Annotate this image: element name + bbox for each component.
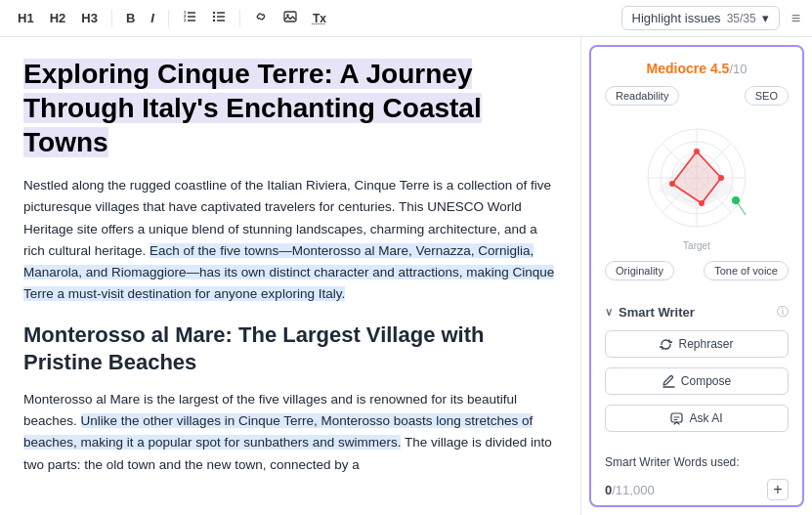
target-label: Target [683,240,710,251]
score-max: /10 [729,62,747,76]
radar-chart [619,117,775,244]
ask-ai-label: Ask AI [689,411,722,425]
add-words-button[interactable]: + [767,479,789,500]
svg-point-10 [213,16,215,18]
italic-button[interactable]: I [145,8,160,28]
svg-text:3: 3 [184,18,187,22]
radar-chart-container: Target [605,117,789,251]
svg-point-24 [694,149,700,154]
svg-point-27 [669,181,675,187]
smart-writer-title: Smart Writer [619,305,695,320]
toolbar: H1 H2 H3 B I 123 Tx Highlight issues 35/… [0,0,812,37]
words-count: 0/11,000 [605,483,655,497]
h1-button[interactable]: H1 [12,8,40,28]
issue-count: 35/35 [727,12,756,25]
divider-2 [168,10,169,27]
ul-button[interactable] [206,7,232,29]
divider-1 [111,10,112,27]
paragraph-2: Monterosso al Mare is the largest of the… [23,389,557,476]
svg-point-26 [699,200,705,206]
right-sidebar: Mediocre 4.5/10 Readability SEO [589,45,804,507]
rephraser-button[interactable]: Rephraser [605,330,789,358]
svg-point-25 [718,175,724,181]
smart-writer-header: ∨ Smart Writer ⓘ [605,304,789,321]
rephraser-icon [660,338,672,351]
bold-button[interactable]: B [120,8,141,28]
compose-button[interactable]: Compose [605,367,789,395]
ol-button[interactable]: 123 [177,7,202,29]
h3-button[interactable]: H3 [75,8,104,28]
rephraser-label: Rephraser [678,337,733,351]
link-button[interactable] [248,7,274,29]
article-title-wrapper: Exploring Cinque Terre: A Journey Throug… [23,57,557,159]
smart-writer-title-row: ∨ Smart Writer [605,305,695,320]
ask-ai-button[interactable]: Ask AI [605,405,789,432]
svg-rect-12 [284,12,296,21]
score-value: 4.5 [710,61,729,76]
compose-icon [662,375,675,388]
seo-badge[interactable]: SEO [745,86,789,106]
originality-badge[interactable]: Originality [605,261,674,280]
words-max: /11,000 [612,483,654,497]
main-content: Exploring Cinque Terre: A Journey Throug… [0,37,812,515]
highlight-label: Highlight issues [632,11,721,25]
svg-point-9 [213,12,215,14]
sidebar-menu-button[interactable]: ≡ [791,10,800,27]
info-icon[interactable]: ⓘ [777,304,789,321]
words-count-row: 0/11,000 + [605,479,789,500]
h2-button[interactable]: H2 [44,8,72,28]
score-label: Mediocre [647,61,706,76]
paragraph-1: Nestled along the rugged coastline of th… [23,175,557,306]
svg-point-11 [213,20,215,21]
chevron-icon: ∨ [605,306,613,319]
ask-ai-icon [670,412,683,425]
svg-point-13 [286,14,288,16]
editor-panel[interactable]: Exploring Cinque Terre: A Journey Throug… [0,37,581,515]
score-header: Mediocre 4.5/10 [605,61,789,76]
readability-badge[interactable]: Readability [605,86,679,106]
image-button[interactable] [278,7,303,29]
clear-format-button[interactable]: Tx [307,9,332,28]
bottom-badges: Originality Tone of voice [605,261,789,280]
top-badges: Readability SEO [605,86,789,106]
tone-badge[interactable]: Tone of voice [704,261,789,280]
article-h2: Monterosso al Mare: The Largest Village … [23,322,557,377]
words-used-label: Smart Writer Words used: [605,455,789,469]
highlight-issues-button[interactable]: Highlight issues 35/35 ▾ [621,6,780,30]
compose-label: Compose [681,374,731,388]
divider-3 [239,10,240,27]
editor-body: Nestled along the rugged coastline of th… [23,175,557,476]
svg-line-29 [736,200,746,215]
chevron-down-icon: ▾ [762,11,769,25]
article-title: Exploring Cinque Terre: A Journey Throug… [23,59,482,157]
